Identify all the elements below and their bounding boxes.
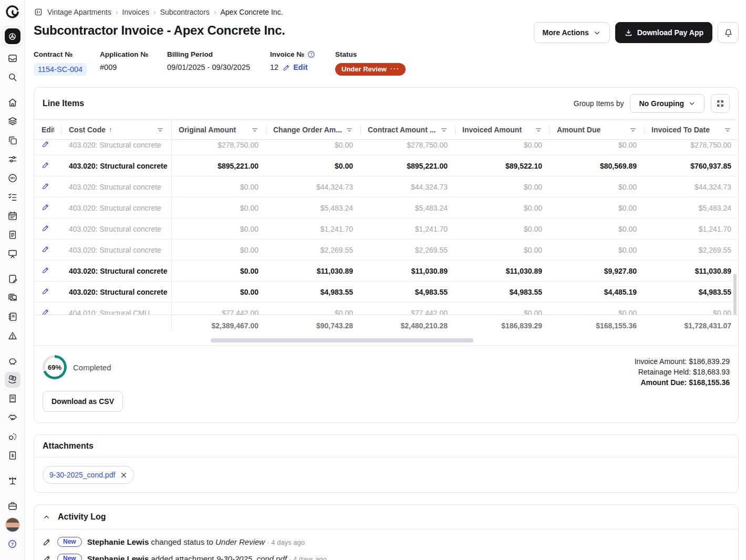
download-pay-app-button[interactable]: Download Pay App	[615, 22, 712, 43]
table-row[interactable]: 403.020: Structural concrete $0.00 $2,26…	[34, 240, 738, 261]
edit-row-icon[interactable]	[42, 161, 50, 169]
search-icon[interactable]	[5, 69, 20, 85]
grouping-dropdown[interactable]: No Grouping	[630, 94, 704, 113]
edit-row-icon[interactable]	[42, 224, 50, 232]
filter-icon[interactable]	[724, 126, 731, 133]
breadcrumb-item-project[interactable]: Vintage Apartments	[47, 8, 111, 16]
filter-icon[interactable]	[535, 126, 542, 133]
status-badge[interactable]: Under Review ···	[335, 63, 406, 76]
svg-text:?: ?	[310, 53, 313, 56]
invoice-summary: Invoice Amount: $186,839.29 Retainage He…	[635, 355, 730, 412]
table-row[interactable]: 403.020: Structural concrete $278,750.00…	[34, 140, 738, 155]
column-header-original-amount[interactable]: Original Amount	[171, 120, 266, 139]
filter-icon[interactable]	[440, 126, 448, 133]
avatar-icon[interactable]	[5, 517, 20, 533]
table-row[interactable]: 404.010: Structural CMU $77,442.00 $0.00…	[34, 303, 738, 315]
invoice-dollar-icon[interactable]: $	[5, 448, 20, 463]
inbox-icon[interactable]	[5, 50, 20, 66]
payments-icon[interactable]	[5, 372, 20, 388]
help-icon[interactable]: ?	[5, 536, 20, 552]
remove-attachment-icon[interactable]	[120, 472, 127, 479]
expand-table-button[interactable]	[711, 94, 730, 113]
help-circle-icon[interactable]: ?	[307, 50, 315, 58]
briefcase-icon[interactable]	[5, 498, 20, 514]
edit-invoice-number-link[interactable]: Edit	[283, 63, 307, 71]
filter-icon[interactable]	[629, 126, 637, 133]
original-amount-cell: $278,750.00	[171, 141, 266, 149]
attachments-title: Attachments	[43, 441, 94, 451]
sliders-icon[interactable]	[5, 151, 20, 167]
edit-row-icon[interactable]	[42, 287, 50, 295]
table-row[interactable]: 403.020: Structural concrete $0.00 $11,0…	[34, 261, 738, 282]
download-pay-app-label: Download Pay App	[637, 28, 703, 37]
table-row[interactable]: 403.020: Structural concrete $0.00 $44,3…	[34, 177, 738, 198]
edit-row-icon[interactable]	[42, 266, 50, 274]
sort-asc-icon[interactable]: ↑	[109, 126, 112, 133]
table-row[interactable]: 403.020: Structural concrete $0.00 $5,48…	[34, 198, 738, 219]
more-actions-button[interactable]: More Actions	[534, 22, 610, 43]
file-lines-icon[interactable]	[5, 227, 20, 243]
contract-number-link[interactable]: 1154-SC-004	[34, 63, 87, 76]
activity-target: Under Review	[215, 537, 265, 546]
column-header-contract-amount[interactable]: Contract Amount ...	[360, 120, 455, 139]
tasks-icon[interactable]	[5, 189, 20, 205]
piggy-bank-icon[interactable]	[5, 353, 20, 369]
signpost-icon[interactable]	[5, 473, 20, 489]
logo-icon[interactable]	[5, 4, 20, 20]
photos-icon[interactable]	[5, 290, 20, 306]
vertical-scrollbar-thumb[interactable]	[733, 274, 737, 315]
filter-icon[interactable]	[251, 126, 258, 133]
notifications-button[interactable]	[718, 22, 739, 43]
svg-text:RFI: RFI	[10, 177, 15, 180]
grouping-value: No Grouping	[639, 99, 684, 108]
copy-icon[interactable]	[5, 132, 20, 148]
activity-log-entry: New Stephanie Lewis changed status to Un…	[43, 537, 730, 547]
breadcrumb-item-subcontractors[interactable]: Subcontractors	[160, 8, 210, 16]
edit-row-icon[interactable]	[42, 182, 50, 190]
edit-row-icon[interactable]	[42, 140, 50, 148]
table-row[interactable]: 403.020: Structural concrete $0.00 $4,98…	[34, 282, 738, 303]
horizontal-scrollbar-thumb[interactable]	[211, 338, 473, 343]
layers-icon[interactable]	[5, 113, 20, 129]
contract-number-label: Contract №	[34, 50, 100, 58]
horizontal-scrollbar[interactable]	[34, 337, 738, 344]
filter-icon[interactable]	[346, 126, 353, 133]
org-icon[interactable]	[5, 429, 20, 444]
project-board-icon[interactable]	[34, 7, 43, 17]
edit-row-icon[interactable]	[42, 308, 50, 315]
modules-icon[interactable]	[5, 28, 20, 44]
edit-row-icon[interactable]	[42, 203, 50, 211]
table-row[interactable]: 403.020: Structural concrete $895,221.00…	[34, 155, 738, 177]
collapse-chevron-up-icon[interactable]	[43, 513, 50, 521]
receipt-icon[interactable]	[5, 391, 20, 407]
column-header-amount-due[interactable]: Amount Due	[550, 120, 644, 139]
line-items-table: Edit Cost Code ↑ Original Amount Change …	[34, 120, 738, 346]
invoiced-amount-cell: $89,522.10	[455, 162, 550, 170]
file-edit-icon[interactable]	[5, 271, 20, 287]
table-row[interactable]: 403.020: Structural concrete $0.00 $1,24…	[34, 219, 738, 240]
download-csv-button[interactable]: Download as CSV	[43, 391, 123, 412]
presentation-icon[interactable]	[5, 246, 20, 262]
status-more-dots: ···	[390, 65, 400, 72]
rfi-icon[interactable]: RFI	[5, 170, 20, 186]
invoiced-to-date-cell: $1,241.70	[644, 225, 738, 233]
breadcrumb-item-invoices[interactable]: Invoices	[122, 8, 149, 16]
ledger-icon[interactable]	[5, 309, 20, 325]
attachment-chip[interactable]: 9-30-2025_cond.pdf	[43, 466, 134, 484]
home-icon[interactable]	[5, 95, 20, 110]
cost-code-cell: 403.020: Structural concrete	[61, 162, 171, 170]
warning-icon[interactable]	[5, 328, 20, 344]
breadcrumb-item-current[interactable]: Apex Concrete Inc.	[220, 8, 283, 16]
filter-icon[interactable]	[157, 126, 164, 133]
column-header-invoiced-to-date[interactable]: Invoiced To Date	[644, 120, 739, 139]
column-header-change-order[interactable]: Change Order Am...	[266, 120, 360, 139]
line-items-title: Line Items	[43, 99, 84, 108]
column-header-invoiced-amount[interactable]: Invoiced Amount	[455, 120, 550, 139]
calendar-icon[interactable]	[5, 208, 20, 224]
column-header-cost-code[interactable]: Cost Code ↑	[61, 120, 171, 139]
edit-row-icon[interactable]	[42, 245, 50, 253]
handshake-icon[interactable]	[5, 410, 20, 426]
column-header-edit[interactable]: Edit	[34, 120, 61, 139]
activity-entries: New Stephanie Lewis changed status to Un…	[34, 530, 738, 560]
contract-amount-cell: $77,442.00	[360, 309, 455, 315]
